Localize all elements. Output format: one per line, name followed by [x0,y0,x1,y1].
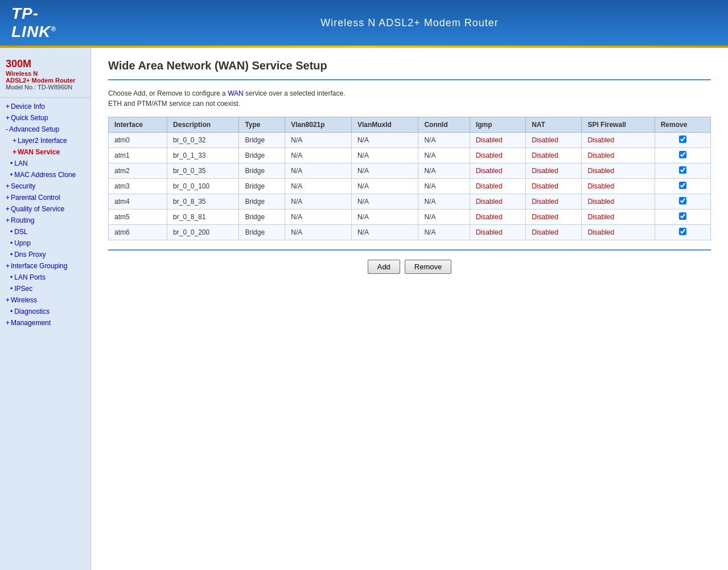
remove-checkbox[interactable] [679,197,686,204]
wan-link: WAN [228,89,244,97]
cell-remove[interactable] [655,210,710,225]
header-title: Wireless N ADSL2+ Modem Router [91,17,728,29]
col-interface: Interface [109,117,167,133]
button-row: Add Remove [108,249,711,274]
col-vlan8021p: Vlan8021p [285,117,352,133]
cell-nat: Disabled [526,225,582,240]
brand-sub1: Wireless N [6,70,85,77]
sidebar-brand: 300M Wireless N ADSL2+ Modem Router Mode… [0,54,91,98]
cell-vlan8021p: N/A [285,210,352,225]
cell-igmp: Disabled [470,163,525,179]
sidebar-item-wireless[interactable]: Wireless [0,294,91,306]
cell-interface: atm6 [109,225,167,240]
cell-type: Bridge [239,163,285,179]
cell-remove[interactable] [655,133,710,148]
cell-spi-firewall: Disabled [582,133,655,148]
table-row: atm5 br_0_8_81 Bridge N/A N/A N/A Disabl… [109,210,711,225]
cell-connid: N/A [418,133,470,148]
cell-vlanmuxid: N/A [351,225,418,240]
cell-nat: Disabled [526,179,582,194]
sidebar-item-mac-address-clone[interactable]: MAC Address Clone [0,169,91,181]
table-row: atm4 br_0_8_35 Bridge N/A N/A N/A Disabl… [109,194,711,210]
cell-remove[interactable] [655,225,710,240]
sidebar-item-routing[interactable]: Routing [0,215,91,226]
cell-connid: N/A [418,163,470,179]
cell-spi-firewall: Disabled [582,148,655,163]
cell-description: br_0_8_81 [167,210,239,225]
sidebar-item-layer2-interface[interactable]: Layer2 Interface [0,135,91,146]
logo-area: TP-LINK® [0,5,91,41]
cell-type: Bridge [239,210,285,225]
table-header-row: Interface Description Type Vlan8021p Vla… [109,117,711,133]
wan-table-wrapper: Interface Description Type Vlan8021p Vla… [108,117,711,240]
cell-vlanmuxid: N/A [351,163,418,179]
sidebar-item-security[interactable]: Security [0,181,91,192]
brand-model: 300M [6,58,85,70]
sidebar-item-wan-service[interactable]: WAN Service [0,146,91,158]
cell-igmp: Disabled [470,210,525,225]
sidebar-item-dns-proxy[interactable]: Dns Proxy [0,249,91,260]
sidebar-item-advanced-setup[interactable]: Advanced Setup [0,124,91,135]
sidebar-item-interface-grouping[interactable]: Interface Grouping [0,260,91,272]
cell-vlan8021p: N/A [285,225,352,240]
layout: 300M Wireless N ADSL2+ Modem Router Mode… [0,48,728,570]
sidebar-item-lan-ports[interactable]: LAN Ports [0,272,91,283]
cell-interface: atm1 [109,148,167,163]
cell-vlanmuxid: N/A [351,148,418,163]
cell-connid: N/A [418,225,470,240]
remove-checkbox[interactable] [679,136,686,143]
cell-description: br_0_0_35 [167,163,239,179]
cell-connid: N/A [418,194,470,210]
sidebar-item-ipsec[interactable]: IPSec [0,283,91,294]
col-remove: Remove [655,117,710,133]
cell-remove[interactable] [655,194,710,210]
remove-checkbox[interactable] [679,166,686,174]
cell-nat: Disabled [526,133,582,148]
col-vlanmuxid: VlanMuxId [351,117,418,133]
cell-description: br_0_0_100 [167,179,239,194]
sidebar-item-management[interactable]: Management [0,317,91,329]
main-content: Wide Area Network (WAN) Service Setup Ch… [91,48,728,570]
col-connid: ConnId [418,117,470,133]
table-row: atm3 br_0_0_100 Bridge N/A N/A N/A Disab… [109,179,711,194]
cell-spi-firewall: Disabled [582,210,655,225]
cell-connid: N/A [418,179,470,194]
cell-igmp: Disabled [470,194,525,210]
remove-checkbox[interactable] [679,182,686,189]
cell-vlan8021p: N/A [285,163,352,179]
cell-vlanmuxid: N/A [351,133,418,148]
col-nat: NAT [526,117,582,133]
cell-description: br_0_0_32 [167,133,239,148]
cell-interface: atm4 [109,194,167,210]
sidebar-item-lan[interactable]: LAN [0,158,91,169]
cell-vlan8021p: N/A [285,179,352,194]
sidebar-item-upnp[interactable]: Upnp [0,237,91,249]
cell-description: br_0_1_33 [167,148,239,163]
cell-vlanmuxid: N/A [351,194,418,210]
sidebar-item-quality-of-service[interactable]: Quality of Service [0,203,91,215]
desc-line1: Choose Add, or Remove to configure a WAN… [108,89,711,97]
cell-interface: atm3 [109,179,167,194]
remove-checkbox[interactable] [679,228,686,235]
cell-remove[interactable] [655,163,710,179]
cell-remove[interactable] [655,148,710,163]
remove-checkbox[interactable] [679,212,686,220]
remove-button[interactable]: Remove [405,260,451,274]
sidebar-item-parental-control[interactable]: Parental Control [0,192,91,203]
cell-nat: Disabled [526,194,582,210]
add-button[interactable]: Add [368,260,400,274]
remove-checkbox[interactable] [679,151,686,158]
cell-spi-firewall: Disabled [582,225,655,240]
title-divider [108,79,711,80]
sidebar-item-device-info[interactable]: Device Info [0,101,91,112]
cell-nat: Disabled [526,148,582,163]
cell-remove[interactable] [655,179,710,194]
sidebar-item-diagnostics[interactable]: Diagnostics [0,306,91,317]
cell-vlanmuxid: N/A [351,179,418,194]
sidebar-item-quick-setup[interactable]: Quick Setup [0,112,91,124]
col-type: Type [239,117,285,133]
cell-interface: atm5 [109,210,167,225]
cell-nat: Disabled [526,210,582,225]
sidebar-item-dsl[interactable]: DSL [0,226,91,237]
header: TP-LINK® Wireless N ADSL2+ Modem Router [0,0,728,46]
